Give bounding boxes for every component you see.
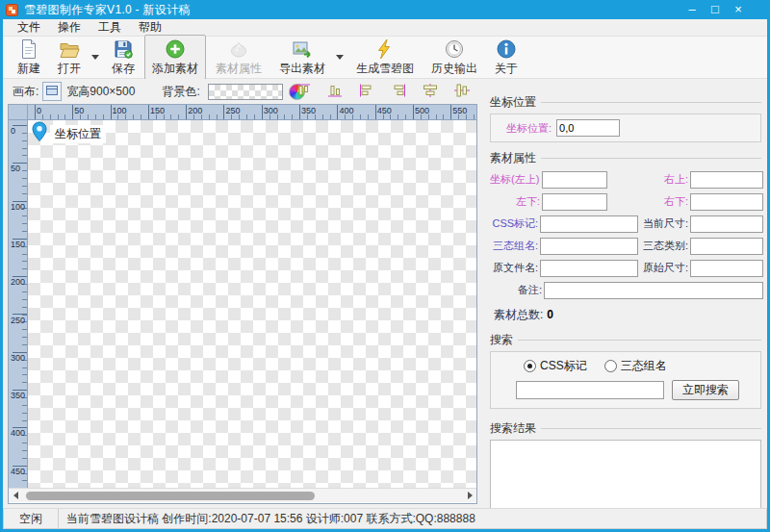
search-section-title: 搜索 <box>490 332 761 348</box>
top-right-input[interactable] <box>690 171 763 189</box>
css-mark-input[interactable] <box>540 215 638 233</box>
align-left-button[interactable] <box>355 81 378 102</box>
scroll-left-arrow[interactable] <box>9 489 22 502</box>
v-ruler-label: 300 <box>11 354 25 363</box>
original-filename-label: 原文件名: <box>490 261 538 275</box>
bottom-left-label: 左下: <box>490 194 540 209</box>
material-props-section-title: 素材属性 <box>490 150 761 166</box>
background-color-swatch[interactable] <box>208 84 283 100</box>
remark-input[interactable] <box>544 282 763 299</box>
h-ruler-label: 0 <box>37 107 41 115</box>
h-ruler-label: 50 <box>74 107 84 115</box>
alignment-toolbar <box>292 79 474 104</box>
menu-item-2[interactable]: 工具 <box>90 19 130 36</box>
generate-sprite-button[interactable]: 生成雪碧图 <box>348 35 422 80</box>
coordinate-marker[interactable]: 坐标位置 <box>32 121 106 145</box>
css-mark-label: CSS标记: <box>490 216 538 231</box>
new-button[interactable]: 新建 <box>10 35 48 80</box>
export-material-dropdown-arrow[interactable] <box>334 40 346 75</box>
background-color-label: 背景色: <box>162 84 199 100</box>
open-folder-icon <box>58 38 81 61</box>
props-row: CSS标记:当前尺寸: <box>490 215 763 233</box>
search-now-button[interactable]: 立即搜索 <box>672 380 739 400</box>
horizontal-ruler: 050100150200250300350400450500550600 <box>28 105 476 120</box>
align-bottom-button[interactable] <box>323 81 346 102</box>
export-material-button[interactable]: 导出素材 <box>271 35 333 80</box>
main-toolbar: 新建打开保存添加素材素材属性导出素材生成雪碧图历史输出关于 <box>3 37 767 79</box>
remark-label: 备注: <box>490 283 542 297</box>
add-plus-icon <box>164 38 187 61</box>
location-pin-icon <box>32 121 47 145</box>
canvas-label: 画布: <box>13 84 38 100</box>
coord-topleft-input[interactable] <box>542 171 607 189</box>
center-horizontal-icon <box>422 83 439 101</box>
scroll-thumb[interactable] <box>26 492 315 500</box>
app-window: 雪碧图制作专家V1.0 - 新设计稿 –□× 文件操作工具帮助 新建打开保存添加… <box>0 0 770 532</box>
align-left-icon <box>358 83 375 101</box>
menu-item-1[interactable]: 操作 <box>49 19 90 36</box>
material-props-fields: 坐标(左上):右上:左下:右下:CSS标记:当前尺寸:三态组名:三态类别:原文件… <box>486 170 765 299</box>
maximize-button[interactable]: □ <box>708 0 722 19</box>
canvas-settings-bar: 画布: 宽高900×500 背景色: <box>3 79 481 104</box>
minimize-button[interactable]: – <box>685 0 699 19</box>
add-material-button[interactable]: 添加素材 <box>144 35 206 80</box>
h-ruler-label: 100 <box>113 107 127 115</box>
original-size-input[interactable] <box>690 260 763 277</box>
status-state: 空闲 <box>3 509 59 529</box>
tristate-group-input[interactable] <box>540 238 638 255</box>
current-size-input[interactable] <box>690 215 763 233</box>
material-total-value: 0 <box>547 308 553 321</box>
material-props-button: 素材属性 <box>208 35 270 80</box>
scroll-track[interactable] <box>22 492 463 500</box>
position-groupbox: 坐标位置: <box>490 114 761 142</box>
align-top-button[interactable] <box>292 81 315 102</box>
bottom-left-input[interactable] <box>542 193 607 211</box>
h-ruler-label: 350 <box>301 107 316 115</box>
menu-item-3[interactable]: 帮助 <box>130 19 170 36</box>
coordinate-position-input[interactable] <box>556 119 620 137</box>
v-ruler-label: 100 <box>11 203 25 212</box>
horizontal-scrollbar[interactable] <box>9 488 476 502</box>
original-size-label: 原始尺寸: <box>636 261 688 275</box>
material-total: 素材总数:0 <box>494 307 765 323</box>
design-canvas[interactable]: 坐标位置 <box>28 120 476 488</box>
canvas-size-button[interactable] <box>42 82 62 101</box>
save-icon <box>112 38 135 61</box>
search-input[interactable] <box>516 381 664 399</box>
menu-item-0[interactable]: 文件 <box>9 19 49 36</box>
search-results-section-title: 搜索结果 <box>490 420 761 437</box>
canvas-workspace: 050100150200250300350400450500550600 050… <box>8 104 477 504</box>
close-button[interactable]: × <box>732 0 745 19</box>
tristate-group-label: 三态组名: <box>490 239 538 253</box>
search-mode-tristate-group-radio[interactable]: 三态组名 <box>604 358 667 374</box>
tristate-category-input[interactable] <box>690 238 763 255</box>
about-button[interactable]: 关于 <box>487 35 526 80</box>
properties-panel: 坐标位置 坐标位置: 素材属性 坐标(左上):右上:左下:右下:CSS标记:当前… <box>486 92 765 507</box>
open-button[interactable]: 打开 <box>50 35 89 80</box>
props-row: 备注: <box>490 281 763 299</box>
generate-sprite-label: 生成雪碧图 <box>356 61 414 77</box>
radio-selected-icon <box>524 360 536 372</box>
center-vertical-button[interactable] <box>450 81 474 102</box>
open-dropdown-arrow[interactable] <box>90 40 101 75</box>
h-ruler-label: 550 <box>452 107 467 115</box>
save-button[interactable]: 保存 <box>104 35 142 80</box>
coordinate-position-label: 坐标位置: <box>506 121 552 136</box>
align-right-button[interactable] <box>387 81 410 102</box>
search-mode-css-mark-radio[interactable]: CSS标记 <box>524 358 587 374</box>
material-total-label: 素材总数: <box>494 308 543 321</box>
radio-unselected-icon <box>604 360 617 372</box>
gem-icon <box>227 38 250 61</box>
window-title: 雪碧图制作专家V1.0 - 新设计稿 <box>24 2 191 18</box>
coordinate-marker-label: 坐标位置 <box>50 125 106 143</box>
add-material-label: 添加素材 <box>152 61 198 77</box>
clock-icon <box>443 38 466 61</box>
bottom-right-label: 右下: <box>634 194 688 209</box>
h-ruler-label: 300 <box>264 107 278 115</box>
scroll-right-arrow[interactable] <box>463 489 476 502</box>
original-filename-input[interactable] <box>540 260 638 277</box>
center-horizontal-button[interactable] <box>419 81 442 102</box>
bottom-right-input[interactable] <box>690 193 763 211</box>
save-label: 保存 <box>112 61 135 77</box>
history-output-button[interactable]: 历史输出 <box>424 35 485 80</box>
